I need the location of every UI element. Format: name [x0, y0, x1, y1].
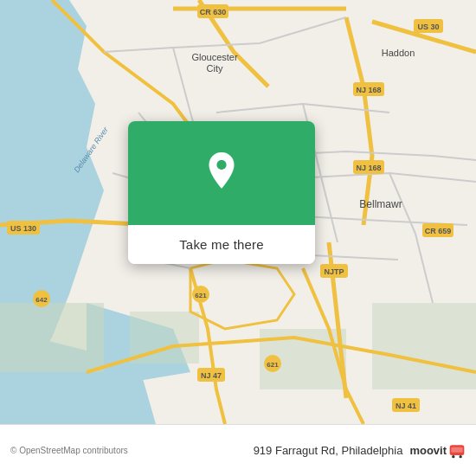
svg-text:621: 621 — [267, 361, 279, 369]
svg-text:NJ 168: NJ 168 — [356, 164, 381, 172]
location-card: Take me there — [128, 121, 315, 264]
svg-rect-37 — [451, 447, 462, 452]
svg-point-39 — [460, 455, 462, 458]
svg-text:642: 642 — [35, 296, 48, 304]
bottom-bar: © OpenStreetMap contributors 919 Farragu… — [0, 424, 476, 476]
svg-text:US 130: US 130 — [10, 224, 36, 233]
svg-text:NJ 168: NJ 168 — [356, 86, 381, 94]
svg-text:US 30: US 30 — [417, 23, 439, 31]
svg-rect-1 — [0, 303, 104, 372]
svg-text:NJ 47: NJ 47 — [201, 371, 222, 380]
map-container: CR 630 US 30 NJ 168 NJ 168 CR 659 US 130… — [0, 0, 476, 424]
svg-text:NJ 41: NJ 41 — [396, 402, 416, 410]
svg-point-35 — [216, 160, 226, 170]
svg-text:CR 659: CR 659 — [425, 227, 452, 235]
moovit-icon — [448, 442, 466, 460]
svg-text:621: 621 — [195, 292, 207, 299]
address-text: 919 Farragut Rd, Philadelphia — [254, 444, 403, 457]
address-area: 919 Farragut Rd, Philadelphia moovit — [254, 442, 466, 460]
svg-text:Haddon: Haddon — [382, 48, 415, 58]
location-pin-icon — [201, 152, 242, 194]
svg-text:Gloucester: Gloucester — [191, 52, 238, 62]
svg-text:NJTP: NJTP — [324, 267, 344, 276]
moovit-wordmark: moovit — [409, 444, 447, 457]
svg-text:Bellmawr: Bellmawr — [359, 198, 402, 210]
svg-point-38 — [452, 455, 454, 458]
copyright-text: © OpenStreetMap contributors — [10, 446, 254, 455]
take-me-there-button[interactable]: Take me there — [128, 225, 315, 264]
moovit-logo: moovit — [409, 442, 466, 460]
svg-rect-4 — [372, 303, 476, 389]
svg-text:City: City — [207, 63, 223, 74]
card-header — [128, 121, 315, 225]
svg-text:CR 630: CR 630 — [200, 8, 227, 16]
